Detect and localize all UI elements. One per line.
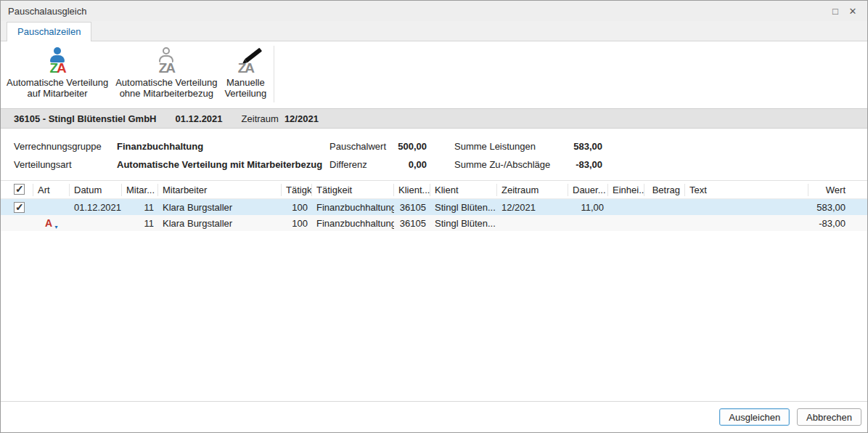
titlebar: Pauschalausgleich □ ✕ [1, 1, 867, 21]
summe-leistungen-label: Summe Leistungen [454, 141, 565, 152]
cell-taetigkeit: Finanzbuchhaltung... [312, 202, 394, 213]
cell-wert: -83,00 [808, 218, 867, 229]
cell-wert: 583,00 [808, 202, 867, 213]
cell-taetig-nr: 100 [282, 202, 312, 213]
close-icon[interactable]: ✕ [844, 4, 861, 18]
column-header-klient[interactable]: Klient [430, 184, 497, 196]
cell-mitarbeiter: Klara Burgstaller [158, 218, 282, 229]
row-checkbox[interactable] [14, 202, 25, 213]
summary-panel: Verrechnungsgruppe Finanzbuchhaltung Pau… [1, 129, 867, 180]
maximize-icon[interactable]: □ [827, 4, 844, 18]
pen-za-gray-icon: ZA [229, 47, 262, 75]
table-row[interactable]: 11 Klara Burgstaller 100 Finanzbuchhaltu… [1, 215, 867, 231]
toolbar-button-label: Manuelle [226, 77, 265, 88]
cell-mitar-nr: 11 [122, 202, 158, 213]
column-header-art[interactable]: Art [33, 184, 70, 196]
cell-klient: Stingl Blüten... [430, 202, 497, 213]
window-title: Pauschalausgleich [8, 6, 86, 17]
client-header-bar: 36105 - Stingl Blütenstiel GmbH 01.12.20… [1, 108, 867, 129]
cell-taetigkeit: Finanzbuchhaltung... [312, 218, 394, 229]
client-date: 01.12.2021 [176, 113, 223, 124]
person-outline-za-gray-icon: ZA [150, 47, 183, 75]
differenz-value: 0,00 [389, 159, 427, 170]
person-za-color-icon: ZA [41, 47, 74, 75]
column-header-text[interactable]: Text [685, 184, 808, 196]
abschlag-arrow-icon [45, 217, 57, 229]
verteilungsart-label: Verteilungsart [14, 159, 117, 170]
toolbar-button-label: Automatische Verteilung [115, 77, 217, 88]
toolbar: ZA Automatische Verteilung auf Mitarbeit… [1, 41, 867, 108]
table-empty-area [1, 231, 867, 401]
toolbar-button-label: Automatische Verteilung [7, 77, 108, 88]
column-header-dauer[interactable]: Dauer... [568, 184, 608, 196]
verrechnungsgruppe-value: Finanzbuchhaltung [117, 141, 329, 152]
column-header-wert[interactable]: Wert [808, 184, 867, 196]
auto-verteilung-ohne-mitarbeiter-button[interactable]: ZA Automatische Verteilung ohne Mitarbei… [112, 46, 220, 100]
toolbar-button-label: auf Mitarbeiter [28, 88, 88, 99]
cell-datum: 01.12.2021 [70, 202, 122, 213]
cell-klient-nr: 36105 [394, 202, 430, 213]
column-header-taetigkeit[interactable]: Tätigkeit [312, 184, 394, 196]
column-header-mitar-nr[interactable]: Mitar... [122, 184, 158, 196]
cell-klient-nr: 36105 [394, 218, 430, 229]
tab-pauschalzeilen[interactable]: Pauschalzeilen [7, 22, 91, 41]
column-header-betrag[interactable]: Betrag [644, 184, 685, 196]
zeitraum-value: 12/2021 [284, 113, 319, 124]
client-name: 36105 - Stingl Blütenstiel GmbH [14, 113, 157, 124]
pauschalwert-value: 500,00 [389, 141, 427, 152]
verrechnungsgruppe-label: Verrechnungsgruppe [14, 141, 117, 152]
differenz-label: Differenz [329, 159, 389, 170]
table-header: Art Datum Mitar... Mitarbeiter Tätigk...… [1, 181, 867, 199]
cell-mitarbeiter: Klara Burgstaller [158, 202, 282, 213]
cell-dauer: 11,00 [568, 202, 608, 213]
toolbar-button-label: Verteilung [224, 88, 266, 99]
column-header-einheit[interactable]: Einhei... [608, 184, 644, 196]
pauschalwert-label: Pauschalwert [329, 141, 389, 152]
table-row[interactable]: 01.12.2021 11 Klara Burgstaller 100 Fina… [1, 199, 867, 215]
select-all-checkbox[interactable] [14, 184, 25, 195]
tabstrip: Pauschalzeilen [1, 21, 867, 41]
abbrechen-button[interactable]: Abbrechen [797, 408, 861, 426]
column-header-datum[interactable]: Datum [70, 184, 122, 196]
select-all-column-header[interactable] [1, 184, 33, 196]
cell-mitar-nr: 11 [122, 218, 158, 229]
footer-bar: Ausgleichen Abbrechen [1, 401, 867, 432]
column-header-mitarbeiter[interactable]: Mitarbeiter [158, 184, 282, 196]
column-header-zeitraum[interactable]: Zeitraum [497, 184, 568, 196]
cell-zeitraum: 12/2021 [497, 202, 568, 213]
cell-art [33, 217, 70, 229]
cell-taetig-nr: 100 [282, 218, 312, 229]
toolbar-button-label: ohne Mitarbeiterbezug [120, 88, 213, 99]
pauschalzeilen-table: Art Datum Mitar... Mitarbeiter Tätigk...… [1, 180, 867, 401]
verteilungsart-value: Automatische Verteilung mit Mitarbeiterb… [117, 159, 329, 170]
zeitraum-label: Zeitraum [242, 113, 279, 124]
manuelle-verteilung-button[interactable]: ZA Manuelle Verteilung [221, 46, 269, 100]
toolbar-separator [274, 46, 274, 102]
column-header-klient-nr[interactable]: Klient... [394, 184, 430, 196]
pauschalausgleich-window: Pauschalausgleich □ ✕ Pauschalzeilen ZA … [0, 0, 868, 433]
auto-verteilung-mitarbeiter-button[interactable]: ZA Automatische Verteilung auf Mitarbeit… [4, 46, 111, 100]
summe-zuabschlaege-label: Summe Zu-/Abschläge [454, 159, 565, 170]
summe-zuabschlaege-value: -83,00 [565, 159, 602, 170]
summe-leistungen-value: 583,00 [565, 141, 602, 152]
column-header-taetig-nr[interactable]: Tätigk... [282, 184, 312, 196]
cell-klient: Stingl Blüten... [430, 218, 497, 229]
ausgleichen-button[interactable]: Ausgleichen [719, 408, 790, 426]
